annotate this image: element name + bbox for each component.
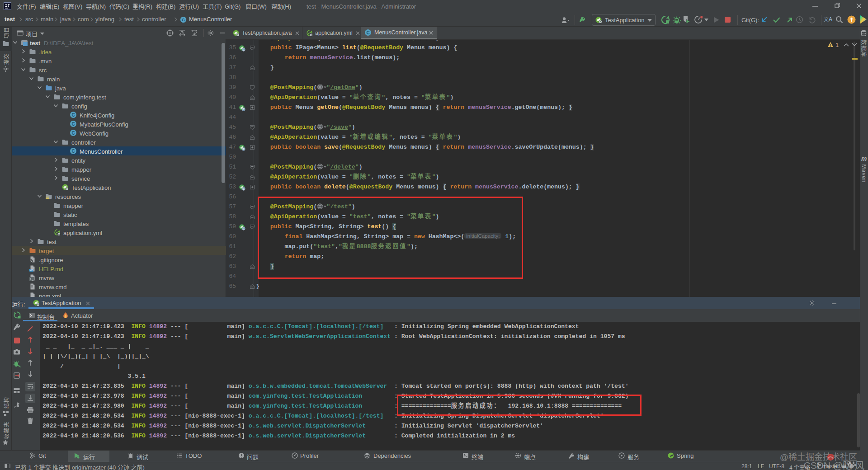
svg-text:C: C xyxy=(71,131,75,136)
svg-text:MD: MD xyxy=(30,269,33,272)
svg-text:C: C xyxy=(182,18,185,22)
svg-text:C: C xyxy=(366,30,369,35)
svg-text:C: C xyxy=(71,122,75,127)
svg-text:C: C xyxy=(71,149,75,154)
svg-text:C: C xyxy=(71,113,75,118)
